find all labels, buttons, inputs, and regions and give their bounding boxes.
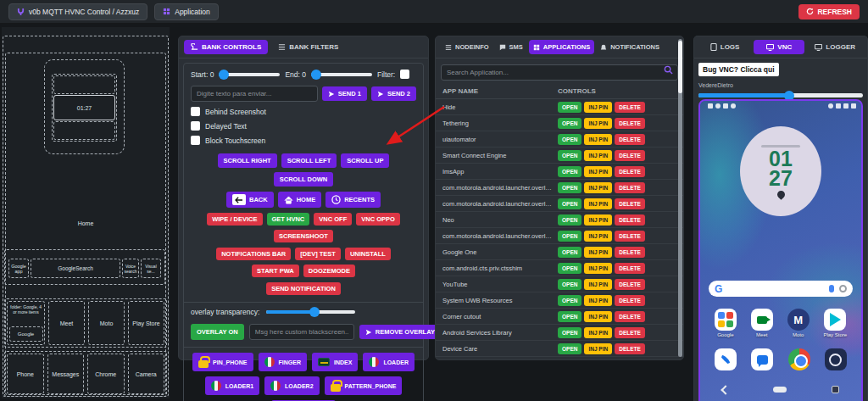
inj-pin-button[interactable]: INJ PIN — [584, 343, 612, 354]
injection-button[interactable]: LOADER — [363, 353, 415, 371]
injection-button[interactable]: PATTERN_PHONE — [325, 376, 403, 395]
open-button[interactable]: OPEN — [558, 263, 581, 274]
back-button[interactable]: BACK — [226, 192, 274, 208]
wireframe-voice-search-box[interactable]: Voice search — [122, 259, 139, 278]
inj-pin-button[interactable]: INJ PIN — [584, 214, 612, 226]
inj-pin-button[interactable]: INJ PIN — [584, 182, 612, 193]
open-button[interactable]: OPEN — [558, 182, 581, 193]
delete-button[interactable]: DELETE — [615, 102, 645, 113]
remove-overlay-button[interactable]: REMOVE OVERLAY — [359, 325, 441, 339]
wireframe-clock-band-top[interactable] — [53, 75, 115, 94]
overlay-transparency-slider[interactable] — [266, 310, 355, 314]
checkbox[interactable] — [191, 107, 200, 116]
inj-pin-button[interactable]: INJ PIN — [584, 327, 612, 338]
open-button[interactable]: OPEN — [558, 214, 581, 226]
open-button[interactable]: OPEN — [558, 343, 581, 354]
action-button[interactable]: VNC OFF — [314, 213, 352, 226]
inj-pin-button[interactable]: INJ PIN — [584, 263, 612, 274]
application-button[interactable]: Application — [154, 3, 219, 20]
vnc-phone-viewport[interactable]: 01 27 G Google — [698, 99, 863, 401]
injection-button[interactable]: LOADER1 — [205, 376, 259, 395]
delete-button[interactable]: DELETE — [615, 327, 645, 338]
meet-icon[interactable] — [751, 309, 773, 331]
delete-button[interactable]: DELETE — [615, 150, 645, 161]
action-button[interactable]: NOTIFICATIONS BAR — [216, 248, 291, 260]
phone-screen[interactable]: 01 27 G Google — [700, 101, 861, 401]
tab-nodeinfo[interactable]: NODEINFO — [441, 40, 493, 54]
bug-vnc-button[interactable]: Bug VNC? Clicca qui — [698, 63, 779, 76]
inj-pin-button[interactable]: INJ PIN — [584, 198, 612, 209]
open-button[interactable]: OPEN — [558, 118, 581, 129]
injection-button[interactable]: FINGER — [259, 353, 307, 371]
refresh-button[interactable]: REFRESH — [798, 4, 860, 19]
end-slider[interactable] — [311, 73, 372, 76]
wireframe-folder-google[interactable]: Google — [9, 326, 43, 342]
tab-sms[interactable]: SMS — [495, 40, 527, 54]
delete-button[interactable]: DELETE — [615, 134, 645, 145]
end-slider-thumb[interactable] — [311, 70, 321, 80]
option-checkbox-row[interactable]: Behind Screenshot — [191, 107, 416, 116]
inj-pin-button[interactable]: INJ PIN — [584, 150, 612, 161]
moto-icon[interactable]: M — [787, 309, 810, 331]
open-button[interactable]: OPEN — [558, 231, 581, 242]
delete-button[interactable]: DELETE — [615, 295, 645, 306]
vedere-dietro-slider[interactable] — [698, 93, 863, 97]
inj-pin-button[interactable]: INJ PIN — [584, 134, 612, 145]
action-button[interactable]: DOOZEMODE — [303, 265, 355, 277]
action-button[interactable]: GET HVNC — [267, 213, 310, 226]
open-button[interactable]: OPEN — [558, 150, 581, 161]
scroll-button[interactable]: SCROLL UP — [341, 153, 389, 168]
inj-pin-button[interactable]: INJ PIN — [584, 279, 612, 290]
play-store-app[interactable]: Play Store — [823, 309, 847, 337]
send-text-input[interactable] — [191, 86, 318, 102]
home-button[interactable]: HOME — [278, 192, 322, 208]
nav-recents-icon[interactable] — [832, 386, 839, 393]
inj-pin-button[interactable]: INJ PIN — [584, 166, 612, 177]
wireframe-google-app-box[interactable]: Google app — [8, 259, 29, 278]
delete-button[interactable]: DELETE — [615, 231, 645, 242]
action-button[interactable]: START PWA — [252, 265, 299, 277]
delete-button[interactable]: DELETE — [615, 214, 645, 226]
app-search-input[interactable] — [441, 64, 678, 81]
inj-pin-button[interactable]: INJ PIN — [584, 311, 612, 322]
messages-app-icon[interactable] — [751, 348, 773, 370]
chrome-app-icon[interactable] — [788, 348, 810, 370]
open-button[interactable]: OPEN — [558, 327, 581, 338]
open-button[interactable]: OPEN — [558, 311, 581, 322]
delete-button[interactable]: DELETE — [615, 118, 645, 129]
open-button[interactable]: OPEN — [558, 198, 581, 209]
tab-bank-controls[interactable]: BANK CONTROLS — [184, 40, 268, 54]
recents-button[interactable]: RECENTS — [326, 192, 381, 208]
phone-app-icon[interactable] — [715, 348, 737, 370]
action-button[interactable]: VNC OPPO — [356, 213, 400, 226]
apps-scrollbar-thumb[interactable] — [678, 41, 682, 93]
delete-button[interactable]: DELETE — [615, 311, 645, 322]
mic-icon[interactable] — [829, 285, 834, 292]
wireframe-clock-band-bottom[interactable] — [53, 121, 115, 140]
scroll-button[interactable]: SCROLL LEFT — [281, 153, 337, 168]
inj-pin-button[interactable]: INJ PIN — [584, 231, 612, 242]
meet-app[interactable]: Meet — [751, 309, 773, 337]
camera-app-icon[interactable] — [825, 348, 847, 370]
delete-button[interactable]: DELETE — [615, 166, 645, 177]
action-button[interactable]: UNINSTALL — [345, 248, 391, 260]
tab-notifications[interactable]: NOTIFICATIONS — [596, 40, 664, 54]
google-folder[interactable]: Google — [715, 309, 737, 337]
inj-pin-button[interactable]: INJ PIN — [584, 295, 612, 306]
overlay-message-input[interactable] — [249, 324, 354, 340]
tab-logs[interactable]: LOGS — [699, 40, 750, 54]
open-button[interactable]: OPEN — [558, 279, 581, 290]
option-checkbox-row[interactable]: Block Touchscreen — [191, 136, 416, 145]
checkbox[interactable] — [191, 136, 200, 145]
tab-applications[interactable]: APPLICATIONS — [529, 40, 594, 54]
delete-button[interactable]: DELETE — [615, 343, 645, 354]
nav-home-icon[interactable] — [773, 387, 787, 393]
delete-button[interactable]: DELETE — [615, 182, 645, 193]
action-button[interactable]: SCREENSHOOT — [274, 230, 333, 242]
injection-button[interactable]: PIN_PHONE — [192, 353, 253, 371]
action-button[interactable]: SEND NOTIFICATION — [266, 282, 341, 295]
wireframe-google-search-box[interactable]: GoogleSearch — [31, 259, 120, 278]
open-button[interactable]: OPEN — [558, 295, 581, 306]
open-button[interactable]: OPEN — [558, 247, 581, 258]
phone-clock-widget[interactable]: 01 27 — [740, 126, 821, 216]
